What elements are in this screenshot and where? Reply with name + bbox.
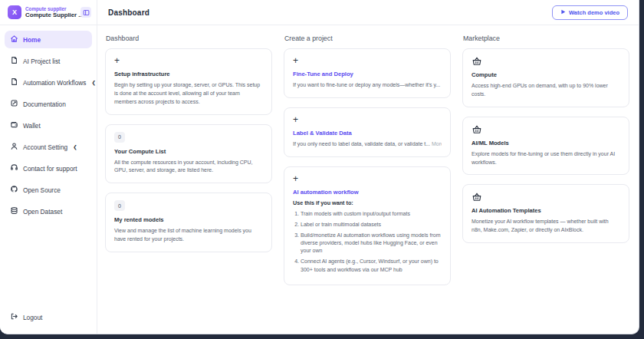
card-body: All the compute resources in your accoun… bbox=[114, 159, 263, 176]
sidebar-item-label: Contact for support bbox=[23, 165, 77, 173]
sidebar-item-label: Account Setting bbox=[23, 143, 67, 151]
column-heading: Dashboard bbox=[106, 35, 272, 42]
card-compute[interactable]: Compute Access high-end GPUs on demand, … bbox=[462, 48, 629, 107]
card-title: Compute bbox=[472, 71, 620, 78]
brand: X Compute supplier Compute Supplier ... bbox=[0, 0, 97, 25]
file-icon bbox=[10, 56, 18, 66]
sidebar-item-wallet[interactable]: Wallet bbox=[5, 117, 92, 134]
play-icon bbox=[560, 9, 566, 16]
sidebar-item-open-dataset[interactable]: Open Dataset bbox=[5, 202, 92, 220]
card-body: If you want to fine-tune or deploy any m… bbox=[293, 81, 442, 90]
sidebar-item-ai-project-list[interactable]: AI Project list bbox=[5, 52, 92, 70]
card-title-link[interactable]: Label & Validate Data bbox=[293, 130, 442, 137]
database-icon bbox=[10, 206, 18, 216]
logout-icon bbox=[10, 312, 18, 322]
chevron-left-icon: ❮ bbox=[73, 144, 77, 150]
basket-icon bbox=[472, 56, 482, 67]
card-subtitle: Use this if you want to: bbox=[293, 199, 442, 206]
card-ai-ml-models[interactable]: AI/ML Models Explore models for fine-tun… bbox=[462, 117, 629, 176]
card-title-link[interactable]: Fine-Tune and Deploy bbox=[293, 71, 442, 77]
brand-title: Compute Supplier ... bbox=[25, 12, 77, 18]
sidebar-item-account-setting[interactable]: Account Setting ❮ bbox=[5, 138, 92, 156]
chevron-left-icon: ❮ bbox=[91, 80, 95, 86]
app-window: X Compute supplier Compute Supplier ... … bbox=[0, 0, 639, 334]
card-body: Access high-end GPUs on demand, with up … bbox=[472, 82, 620, 99]
logout-button[interactable]: Logout bbox=[5, 308, 92, 326]
main-content: Dashboard + Setup infrastructure Begin b… bbox=[97, 25, 639, 334]
card-title: AI/ML Models bbox=[472, 140, 620, 146]
list-item: Connect AI agents (e.g., Cursor, Windsur… bbox=[301, 258, 442, 273]
sidebar-item-label: Open Dataset bbox=[23, 208, 62, 216]
page-title: Dashboard bbox=[108, 8, 150, 17]
brand-subtitle: Compute supplier bbox=[25, 6, 77, 12]
card-fine-tune-deploy[interactable]: + Fine-Tune and Deploy If you want to fi… bbox=[284, 48, 451, 98]
card-my-rented-models[interactable]: 0 My rented models View and manage the l… bbox=[105, 193, 272, 252]
github-icon bbox=[10, 185, 18, 195]
sidebar-item-open-source[interactable]: Open Source bbox=[5, 181, 92, 199]
card-body: Explore models for fine-tuning or use th… bbox=[472, 150, 620, 167]
header: X Compute supplier Compute Supplier ... … bbox=[0, 0, 639, 25]
logout-wrap: Logout bbox=[5, 308, 92, 326]
card-title: My rented models bbox=[114, 216, 263, 223]
column-marketplace: Marketplace Compute Access high-end GPUs… bbox=[462, 33, 629, 334]
column-create-project: Create a project + Fine-Tune and Deploy … bbox=[284, 33, 451, 334]
card-your-compute-list[interactable]: 0 Your Compute List All the compute reso… bbox=[105, 124, 272, 184]
note-icon bbox=[10, 99, 18, 109]
card-label-validate-data[interactable]: + Label & Validate Data If you only need… bbox=[284, 107, 451, 157]
sidebar-collapse-icon bbox=[83, 5, 90, 19]
sidebar-item-contact-for-support[interactable]: Contact for support bbox=[5, 160, 92, 177]
card-ai-automation-workflow[interactable]: + AI automation workflow Use this if you… bbox=[284, 166, 451, 285]
card-body: Monetize your AI workflow templates — wh… bbox=[472, 218, 620, 235]
more-link[interactable]: More bbox=[432, 141, 442, 146]
count-badge: 0 bbox=[114, 132, 125, 143]
plus-icon: + bbox=[293, 56, 442, 65]
sidebar-item-label: Documentation bbox=[23, 100, 66, 108]
basket-icon bbox=[472, 192, 482, 202]
user-icon bbox=[10, 142, 18, 152]
plus-icon: + bbox=[114, 56, 263, 65]
home-icon bbox=[10, 35, 18, 44]
sidebar-item-label: AI Project list bbox=[23, 58, 60, 65]
sidebar-item-label: Wallet bbox=[23, 122, 41, 130]
card-title: Your Compute List bbox=[114, 148, 263, 155]
app-body: Home AI Project list Automation Workflow… bbox=[0, 25, 639, 334]
card-ai-automation-templates[interactable]: AI Automation Templates Monetize your AI… bbox=[462, 184, 629, 243]
sidebar-item-label: Open Source bbox=[23, 186, 61, 194]
count-badge: 0 bbox=[114, 200, 125, 211]
sidebar-item-home[interactable]: Home bbox=[5, 31, 92, 48]
file-icon bbox=[10, 77, 18, 87]
card-setup-infrastructure[interactable]: + Setup infrastructure Begin by setting … bbox=[105, 48, 272, 115]
sidebar-item-label: Home bbox=[23, 36, 41, 44]
logout-label: Logout bbox=[23, 314, 42, 321]
column-heading: Marketplace bbox=[463, 35, 629, 42]
brand-text: Compute supplier Compute Supplier ... bbox=[25, 6, 77, 19]
card-body: View and manage the list of machine lear… bbox=[114, 227, 263, 244]
header-main: Dashboard Watch demo video bbox=[97, 0, 639, 25]
card-title: AI Automation Templates bbox=[472, 207, 620, 214]
plus-icon: + bbox=[293, 115, 442, 124]
list-item: Label or train multimodal datasets bbox=[301, 221, 442, 229]
watch-demo-label: Watch demo video bbox=[569, 9, 619, 16]
basket-icon bbox=[472, 124, 482, 135]
sidebar: Home AI Project list Automation Workflow… bbox=[0, 25, 97, 334]
card-title-link[interactable]: AI automation workflow bbox=[293, 189, 442, 196]
column-dashboard: Dashboard + Setup infrastructure Begin b… bbox=[105, 33, 272, 334]
watch-demo-button[interactable]: Watch demo video bbox=[552, 5, 628, 20]
wallet-icon bbox=[10, 120, 18, 130]
sidebar-item-label: Automation Workflows bbox=[23, 79, 86, 87]
list-item: Build/monetize AI automation workflows u… bbox=[301, 232, 442, 255]
sidebar-item-automation-workflows[interactable]: Automation Workflows ❮ bbox=[5, 74, 92, 91]
column-heading: Create a project bbox=[284, 35, 451, 42]
brand-logo: X bbox=[8, 5, 21, 19]
sidebar-toggle-button[interactable] bbox=[80, 7, 91, 18]
plus-icon: + bbox=[293, 174, 442, 183]
card-body: Begin by setting up your storage, server… bbox=[114, 81, 263, 107]
headset-icon bbox=[10, 163, 18, 173]
use-case-list: Train models with custom input/output fo… bbox=[293, 210, 442, 274]
card-body: If you only need to label data, validate… bbox=[293, 140, 442, 149]
sidebar-item-documentation[interactable]: Documentation bbox=[5, 95, 92, 113]
card-title: Setup infrastructure bbox=[114, 71, 263, 77]
list-item: Train models with custom input/output fo… bbox=[301, 210, 442, 218]
